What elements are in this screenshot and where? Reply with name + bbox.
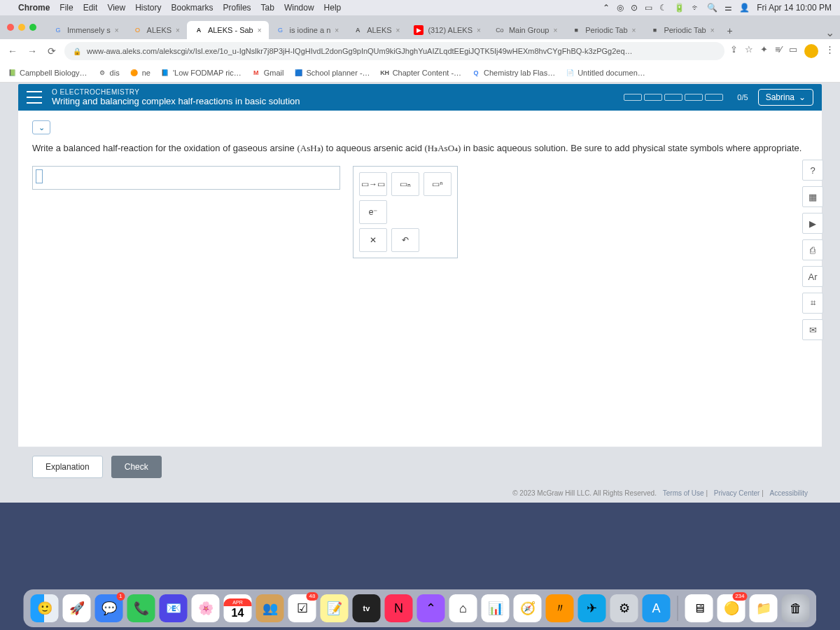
hamburger-icon[interactable]	[27, 91, 42, 104]
tool-reaction-arrow[interactable]: ▭→▭	[359, 172, 387, 196]
dock-app[interactable]: ⌂	[449, 594, 477, 622]
close-icon[interactable]: ×	[632, 27, 636, 34]
bookmark-item[interactable]: 📗Campbell Biology…	[7, 68, 88, 78]
browser-tab[interactable]: CoMain Group×	[488, 21, 564, 39]
browser-tab[interactable]: GImmensely s×	[46, 21, 126, 39]
window-icon[interactable]: ▭	[789, 44, 797, 58]
omnibox[interactable]: 🔒 www-awa.aleks.com/alekscgi/x/Isl.exe/1…	[64, 42, 724, 60]
terms-link[interactable]: Terms of Use	[663, 489, 704, 497]
extension-icon[interactable]: ✦	[760, 44, 768, 58]
close-window-icon[interactable]	[7, 24, 14, 31]
search-icon[interactable]: 🔍	[707, 3, 718, 13]
dock-tv[interactable]: tv	[353, 594, 381, 622]
dock-settings[interactable]: ⚙	[610, 594, 638, 622]
privacy-link[interactable]: Privacy Center	[714, 489, 760, 497]
status-icon[interactable]: ◎	[617, 3, 624, 13]
calculator-button[interactable]: ▦	[802, 186, 823, 207]
dock-app[interactable]: 🖥	[685, 594, 713, 622]
accessibility-link[interactable]: Accessibility	[770, 489, 808, 497]
browser-tab[interactable]: Gis iodine a n×	[269, 21, 346, 39]
star-icon[interactable]: ☆	[745, 44, 753, 58]
close-icon[interactable]: ×	[710, 27, 715, 34]
close-icon[interactable]: ×	[176, 27, 180, 34]
menu-bookmarks[interactable]: Bookmarks	[172, 3, 214, 13]
bookmark-item[interactable]: 📄Untitled documen…	[565, 68, 645, 78]
video-button[interactable]: ▶	[802, 213, 823, 234]
keypad-button[interactable]: ⌗	[802, 293, 823, 314]
menubar-app-name[interactable]: Chrome	[18, 3, 50, 13]
browser-tab-active[interactable]: AALEKS - Sab×	[187, 21, 269, 39]
share-icon[interactable]: ⇪	[730, 44, 738, 58]
back-button[interactable]: ←	[6, 46, 20, 57]
browser-tab[interactable]: AALEKS×	[346, 21, 407, 39]
extensions-menu-icon[interactable]: ≡⁄	[775, 44, 782, 58]
bookmark-item[interactable]: 📘'Low FODMAP ric…	[160, 68, 241, 78]
clipboard-button[interactable]: ⎙	[802, 239, 823, 260]
fullscreen-window-icon[interactable]	[29, 24, 36, 31]
dock-app[interactable]: ✈	[578, 594, 606, 622]
menu-history[interactable]: History	[135, 3, 161, 13]
battery-icon[interactable]: 🔋	[674, 3, 685, 13]
dock-app[interactable]: 📧	[160, 594, 188, 622]
bookmark-item[interactable]: QChemistry lab Flas…	[471, 68, 555, 78]
dock-app[interactable]: 📊	[482, 594, 510, 622]
dock-app[interactable]: 👥	[256, 594, 284, 622]
dock-app[interactable]: 📞	[127, 594, 155, 622]
close-icon[interactable]: ×	[396, 27, 400, 34]
tool-clear[interactable]: ✕	[359, 228, 387, 252]
close-icon[interactable]: ×	[553, 27, 557, 34]
kebab-icon[interactable]: ⋮	[825, 44, 834, 58]
help-button[interactable]: ?	[802, 160, 823, 181]
message-button[interactable]: ✉	[802, 319, 823, 340]
dock-photos[interactable]: 🌸	[192, 594, 220, 622]
dock-safari[interactable]: 🧭	[514, 594, 542, 622]
dock-app[interactable]: 💬1	[95, 594, 123, 622]
tool-electron[interactable]: e⁻	[359, 200, 387, 224]
status-icon[interactable]: ▭	[645, 3, 652, 13]
profile-avatar[interactable]	[804, 44, 818, 58]
close-icon[interactable]: ×	[477, 27, 481, 34]
dock-trash[interactable]: 🗑	[782, 594, 810, 622]
menu-tab[interactable]: Tab	[261, 3, 274, 13]
menu-help[interactable]: Help	[324, 3, 342, 13]
dock-podcasts[interactable]: ⌃	[417, 594, 445, 622]
new-tab-button[interactable]: +	[722, 22, 738, 39]
dock-app[interactable]: 📁	[750, 594, 778, 622]
dock-finder[interactable]: 🙂	[31, 594, 59, 622]
dock-notes[interactable]: 📝	[321, 594, 349, 622]
dock-chrome[interactable]: 🟡234	[718, 594, 746, 622]
status-icon[interactable]: ☾	[659, 3, 667, 13]
bookmark-item[interactable]: 🟠ne	[130, 68, 150, 78]
tool-subscript[interactable]: ▭ₙ	[391, 172, 419, 196]
menu-profiles[interactable]: Profiles	[223, 3, 251, 13]
close-icon[interactable]: ×	[115, 27, 119, 34]
forward-button[interactable]: →	[25, 46, 39, 57]
user-icon[interactable]: 👤	[739, 3, 750, 13]
browser-tab[interactable]: ■Periodic Tab×	[643, 21, 721, 39]
browser-tab[interactable]: OALEKS×	[126, 21, 187, 39]
check-button[interactable]: Check	[111, 456, 162, 478]
menu-edit[interactable]: Edit	[83, 3, 98, 13]
status-icon[interactable]: ⊙	[631, 3, 638, 13]
explanation-button[interactable]: Explanation	[32, 456, 103, 478]
control-center-icon[interactable]: ⚌	[724, 3, 732, 13]
close-icon[interactable]: ×	[258, 27, 262, 34]
tool-undo[interactable]: ↶	[391, 228, 419, 252]
user-menu[interactable]: Sabrina ⌄	[758, 89, 813, 106]
dock-appstore[interactable]: A	[643, 594, 671, 622]
answer-input[interactable]	[32, 166, 340, 190]
bookmark-item[interactable]: MGmail	[251, 68, 284, 78]
wifi-icon[interactable]: ᯤ	[692, 3, 700, 13]
expand-toggle[interactable]: ⌄	[32, 120, 50, 134]
menu-window[interactable]: Window	[284, 3, 314, 13]
close-icon[interactable]: ×	[335, 27, 339, 34]
dock-reminders[interactable]: ☑48	[288, 594, 316, 622]
menubar-clock[interactable]: Fri Apr 14 10:00 PM	[757, 3, 832, 13]
reload-button[interactable]: ⟳	[45, 46, 59, 57]
browser-tab[interactable]: ■Periodic Tab×	[564, 21, 643, 39]
dock-app[interactable]: 🚀	[63, 594, 91, 622]
bookmark-item[interactable]: ⚙dis	[97, 68, 120, 78]
dock-calendar[interactable]: APR14	[224, 594, 252, 622]
menu-file[interactable]: File	[59, 3, 73, 13]
status-icon[interactable]: ⌃	[603, 3, 610, 13]
